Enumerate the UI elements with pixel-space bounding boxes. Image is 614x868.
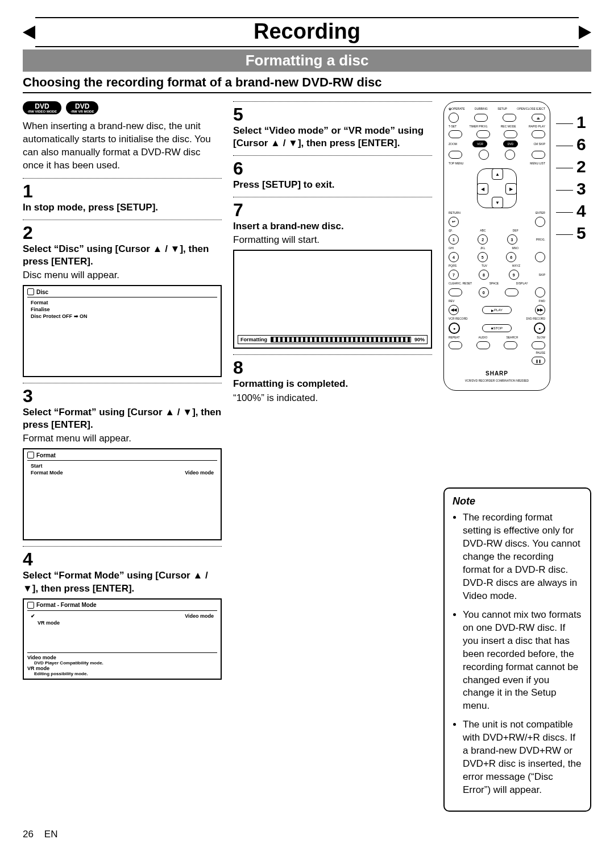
remote-label: DVD RECORD xyxy=(526,317,545,320)
screen-title: Format xyxy=(36,452,56,458)
remote-key xyxy=(449,151,462,159)
key-label: WXYZ xyxy=(512,264,520,267)
remote-label: PROG. xyxy=(536,238,545,241)
progress-label: Formatting xyxy=(240,337,267,342)
key-label: JKL xyxy=(480,247,486,250)
remote-label: TOP MENU xyxy=(449,162,463,165)
remote-key xyxy=(476,130,490,138)
divider xyxy=(233,197,432,197)
badge-text: DVD xyxy=(35,103,49,110)
remote-label: ⏻OPERATE xyxy=(449,108,465,110)
key-label: SPACE xyxy=(489,282,499,285)
setup-button xyxy=(503,114,516,122)
callout: 3 xyxy=(576,179,586,198)
menu-item: Format ModeVideo mode xyxy=(27,469,217,476)
hint-text: Editing possibility mode. xyxy=(27,671,217,676)
remote-label: MENU LIST xyxy=(530,162,545,165)
cursor-left-icon: ◀ xyxy=(477,183,488,195)
step-instruction: Insert a brand-new disc. xyxy=(233,220,432,233)
remote-key xyxy=(479,150,489,160)
subsection-heading: Choosing the recording format of a brand… xyxy=(23,75,591,93)
callout: 4 xyxy=(576,201,586,220)
pause-button: ❚❚ xyxy=(532,357,545,365)
hint-label: Video mode xyxy=(27,655,217,660)
page-footer: 26 EN xyxy=(23,829,591,840)
remote-label: T-SET xyxy=(449,125,457,128)
enter-button xyxy=(535,217,545,227)
key-label: DISPLAY xyxy=(516,282,528,285)
num-key: 1 xyxy=(449,234,459,245)
remote-label: SEARCH xyxy=(506,336,518,339)
remote-key xyxy=(535,252,545,262)
badge-text: DVD xyxy=(75,103,89,110)
hint-label: VR mode xyxy=(27,666,217,671)
screen-title: Format - Format Mode xyxy=(36,602,97,608)
disc-icon xyxy=(27,602,34,609)
step-result: Disc menu will appear. xyxy=(23,269,222,282)
step-number: 3 xyxy=(23,387,222,405)
cell: Video mode xyxy=(185,470,214,476)
media-badges: DVD -RW VIDEO MODE DVD -RW VR MODE xyxy=(23,101,222,114)
num-key: 8 xyxy=(479,270,489,280)
key-label: DEF xyxy=(513,229,518,232)
fwd-button: ▶▶ xyxy=(535,305,545,315)
dvd-record-button: ● xyxy=(534,323,545,334)
remote-label: REC MODE xyxy=(501,125,516,128)
key-label: PQRS xyxy=(449,264,457,267)
remote-key xyxy=(532,151,545,159)
num-key: 0 xyxy=(479,287,489,297)
page-number: 26 xyxy=(23,829,34,840)
operate-button xyxy=(449,113,459,123)
dpad: ▲ ▼ ◀ ▶ xyxy=(477,168,517,208)
note-item: You cannot mix two formats on one DVD-RW… xyxy=(463,609,582,713)
remote-key xyxy=(505,288,518,296)
remote-label: OPEN/CLOSE EJECT xyxy=(517,108,545,110)
step-instruction: Press [SETUP] to exit. xyxy=(233,179,432,191)
menu-item: Format xyxy=(27,299,217,306)
menu-item: Video mode xyxy=(27,613,217,619)
num-key: 4 xyxy=(449,252,459,262)
remote-key xyxy=(505,150,515,160)
remote-label: SETUP xyxy=(497,108,507,110)
key-label: CLEAR/C. RESET xyxy=(449,282,472,285)
play-label: PLAY xyxy=(494,308,503,312)
step-number: 5 xyxy=(233,105,432,123)
key-label: ABC xyxy=(480,229,486,232)
step-number: 8 xyxy=(233,358,432,377)
remote-label: RAPID PLAY xyxy=(529,125,545,128)
remote-label: REPEAT xyxy=(449,336,460,339)
badge-dvd-rw-vr: DVD -RW VR MODE xyxy=(66,101,99,114)
step-instruction: Select “Disc” using [Cursor ▲ / ▼], then… xyxy=(23,243,222,268)
arrow-right-icon xyxy=(579,26,591,39)
num-key: 6 xyxy=(506,252,516,262)
remote-callouts: 1 6 2 3 4 5 xyxy=(576,101,586,391)
page-lang: EN xyxy=(44,829,58,840)
remote-key xyxy=(532,341,545,349)
remote-label: SLOW xyxy=(537,336,545,339)
cursor-up-icon: ▲ xyxy=(492,168,503,180)
remote-label: ZOOM xyxy=(449,143,457,146)
divider xyxy=(233,354,432,355)
num-key: 9 xyxy=(509,270,519,280)
disc-icon xyxy=(27,288,34,295)
cell: Format Mode xyxy=(31,470,63,476)
num-key: 5 xyxy=(478,252,488,262)
model-label: VCR/DVD RECORDER COMBINATION NB203ED xyxy=(465,379,529,382)
callout: 2 xyxy=(576,157,586,176)
brand-label: SHARP xyxy=(486,370,508,377)
note-title: Note xyxy=(453,494,582,508)
remote-label: TIMER PROG. xyxy=(469,125,488,128)
step-number: 2 xyxy=(23,224,222,242)
remote-label: ENTER xyxy=(536,212,545,214)
progress-bar xyxy=(271,337,411,342)
step-number: 4 xyxy=(23,550,222,568)
note-item: The unit is not compatible with DVD+RW/+… xyxy=(463,718,582,797)
menu-item: Start xyxy=(27,462,217,469)
remote-key xyxy=(449,288,462,296)
menu-item: Finalise xyxy=(27,306,217,313)
num-key: 2 xyxy=(478,234,488,245)
step-result: Formatting will start. xyxy=(233,234,432,246)
remote-key xyxy=(504,341,517,349)
screen-format-mode: Format - Format Mode Video mode VR mode … xyxy=(23,598,222,680)
divider xyxy=(233,155,432,156)
